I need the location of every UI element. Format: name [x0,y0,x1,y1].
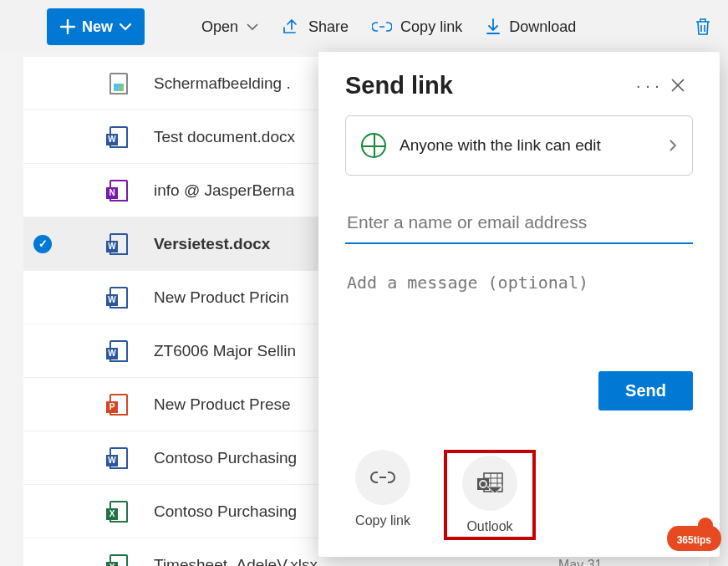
file-name: New Product Pricin [154,288,289,307]
file-name: Contoso Purchasing [154,449,297,467]
outlook-target[interactable]: Outlook [452,456,527,534]
copylink-target-label: Copy link [355,513,410,528]
copylink-label: Copy link [400,18,462,36]
selected-check-icon: ✓ [33,235,52,253]
close-icon [670,78,685,93]
file-name: Timesheet_AdeleV.xlsx [154,556,318,567]
link-settings-button[interactable]: Anyone with the link can edit [345,115,693,176]
word-file-icon [107,287,130,308]
copylink-button[interactable]: Copy link [372,18,462,36]
share-label: Share [308,18,349,36]
excel-file-icon [107,554,130,567]
word-file-icon [107,340,130,362]
file-date: May 31 [558,558,602,567]
file-name: Schermafbeelding . [154,74,291,93]
open-label: Open [201,18,238,36]
svg-rect-1 [477,478,489,490]
plus-icon [60,19,75,34]
chevron-down-icon [120,23,131,31]
file-name: New Product Prese [154,395,291,414]
new-button-label: New [82,18,113,36]
recipients-input[interactable] [345,202,693,244]
more-options-button[interactable]: · · · [633,70,663,100]
onenote-file-icon [107,180,130,201]
file-name: Test document.docx [154,128,295,146]
share-targets: Copy link Outlook [345,450,536,540]
file-name: ZT6006 Major Sellin [154,342,296,360]
send-button[interactable]: Send [598,371,693,410]
powerpoint-file-icon [107,394,130,416]
chevron-right-icon [669,139,677,152]
annotation-highlight: Outlook [444,450,536,540]
file-name: Contoso Purchasing [154,502,297,521]
word-file-icon [107,233,130,255]
brand-badge: 365tips [667,526,721,551]
share-panel-header: Send link · · · [345,70,693,100]
share-button[interactable]: Share [282,18,349,36]
globe-icon [361,133,386,158]
download-button[interactable]: Download [486,18,576,36]
send-button-label: Send [625,381,666,400]
outlook-target-label: Outlook [466,519,512,534]
open-button[interactable]: Open [201,18,258,36]
message-input[interactable] [345,264,693,321]
image-file-icon [107,73,130,94]
share-icon [282,18,300,35]
brand-label: 365tips [677,534,711,546]
outlook-icon [476,472,504,495]
permission-label: Anyone with the link can edit [400,136,655,155]
link-icon [370,469,395,486]
download-icon [486,18,501,35]
file-name: Versietest.docx [154,235,270,253]
download-label: Download [509,18,576,36]
ellipsis-icon: · · · [636,76,659,95]
close-button[interactable] [663,70,693,100]
link-icon [372,20,392,33]
share-panel-title: Send link [345,72,633,99]
copylink-target[interactable]: Copy link [345,450,420,540]
word-file-icon [107,126,130,148]
trash-icon [695,18,711,36]
toolbar: New Open Share Copy link Download [0,0,728,54]
chevron-down-icon [247,23,258,31]
excel-file-icon [107,501,130,523]
word-file-icon [107,447,130,469]
delete-button[interactable] [695,18,711,36]
file-name: info @ JasperBerna [154,181,294,200]
new-button[interactable]: New [47,8,145,45]
share-panel: Send link · · · Anyone with the link can… [318,52,720,557]
